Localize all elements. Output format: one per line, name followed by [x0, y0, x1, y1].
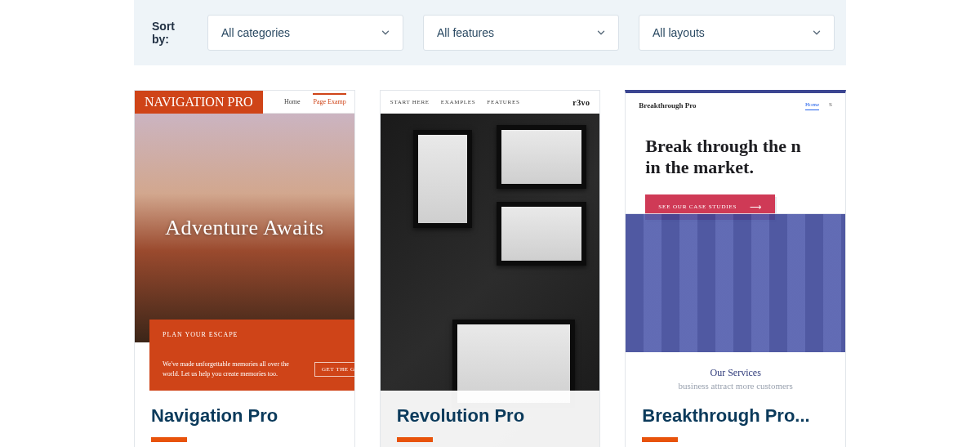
preview-brand: NAVIGATION PRO: [135, 91, 263, 114]
preview-menu-item: S: [829, 101, 832, 110]
accent-bar: [151, 437, 187, 442]
preview-hero: Adventure Awaits: [135, 114, 354, 342]
preview-panel: PLAN YOUR ESCAPE We've made unforgettabl…: [149, 320, 355, 391]
layouts-select[interactable]: All layouts: [639, 15, 835, 51]
preview-cta-label: SEE OUR CASE STUDIES: [658, 203, 737, 210]
preview-header: Breakthrough Pro Home S: [626, 93, 845, 118]
preview-menu: Home Page Examp: [263, 91, 354, 114]
theme-card-footer: Navigation Pro: [135, 391, 354, 447]
preview-footer-heading: Our Services: [626, 352, 845, 379]
preview-footer-copy: business attract more customers: [626, 379, 845, 391]
categories-select-value: All categories: [221, 26, 290, 39]
features-select-value: All features: [437, 26, 494, 39]
window-icon: [497, 202, 586, 266]
preview-menu-item: Home: [284, 98, 301, 105]
theme-card-title: Breakthrough Pro...: [642, 405, 829, 426]
sort-by-label: Sort by:: [152, 20, 175, 46]
theme-card-title: Navigation Pro: [151, 405, 338, 426]
layouts-select-value: All layouts: [653, 26, 705, 39]
preview-brand: Breakthrough Pro: [639, 101, 696, 110]
chevron-down-icon: [595, 27, 607, 38]
theme-card-footer: Revolution Pro: [381, 391, 600, 447]
window-icon: [413, 130, 472, 228]
preview-panel-heading: PLAN YOUR ESCAPE: [163, 331, 355, 338]
preview-menu-item: Page Examp: [313, 93, 345, 105]
preview-illustration: [626, 213, 845, 352]
theme-card-revolution-pro[interactable]: START HERE EXAMPLES FEATURES r3vo Revolu…: [380, 90, 601, 447]
categories-select[interactable]: All categories: [207, 15, 403, 51]
theme-card-breakthrough-pro[interactable]: Breakthrough Pro Home S Break through th…: [625, 90, 846, 447]
accent-bar: [397, 437, 433, 442]
preview-menu: START HERE EXAMPLES FEATURES r3vo: [381, 91, 600, 114]
arrow-right-icon: ⟶: [750, 203, 762, 212]
theme-card-title: Revolution Pro: [397, 405, 584, 426]
window-icon: [497, 125, 586, 189]
preview-menu-item: START HERE: [390, 99, 430, 105]
preview-menu: Home S: [805, 101, 832, 110]
theme-grid: NAVIGATION PRO Home Page Examp Adventure…: [0, 90, 980, 447]
accent-bar: [642, 437, 678, 442]
preview-hero-text: Adventure Awaits: [165, 216, 323, 240]
preview-logo: r3vo: [572, 98, 590, 107]
preview-panel-button: GET THE GUID: [314, 362, 355, 377]
chevron-down-icon: [811, 27, 822, 38]
theme-card-footer: Breakthrough Pro...: [626, 391, 845, 447]
theme-card-navigation-pro[interactable]: NAVIGATION PRO Home Page Examp Adventure…: [134, 90, 355, 447]
preview-headline: Break through the n in the market.: [626, 118, 845, 191]
features-select[interactable]: All features: [423, 15, 619, 51]
chevron-down-icon: [380, 27, 391, 38]
preview-panel-copy: We've made unforgettable memories all ov…: [163, 360, 293, 379]
filter-bar: Sort by: All categories All features All…: [134, 0, 846, 65]
preview-menu-item: EXAMPLES: [441, 99, 476, 105]
preview-menu-item: FEATURES: [487, 99, 519, 105]
preview-menu-item: Home: [805, 101, 819, 110]
